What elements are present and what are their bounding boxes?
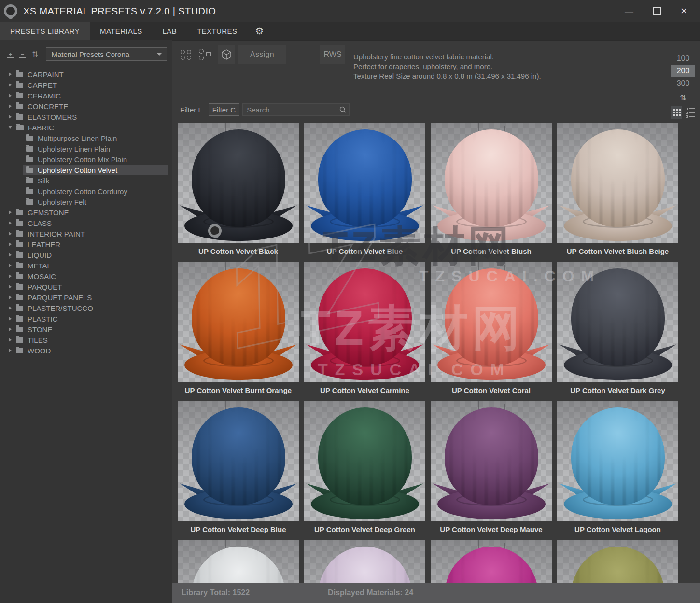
expand-arrow-icon[interactable] bbox=[9, 210, 12, 214]
expand-arrow-icon[interactable] bbox=[9, 104, 12, 108]
expand-arrow-icon[interactable] bbox=[9, 221, 12, 225]
expand-arrow-icon[interactable] bbox=[9, 72, 12, 76]
material-tile[interactable]: UP Cotton Velvet Coral bbox=[431, 262, 552, 401]
node-view-button[interactable] bbox=[195, 45, 215, 64]
folder-icon bbox=[16, 348, 23, 353]
close-icon[interactable]: ✕ bbox=[680, 7, 687, 15]
expand-arrow-icon[interactable] bbox=[9, 253, 12, 257]
expand-arrow-icon[interactable] bbox=[9, 274, 12, 278]
sidebar-item-carpet[interactable]: CARPET bbox=[0, 80, 172, 90]
material-tile[interactable]: UP Cotton Velvet Carmine bbox=[304, 262, 425, 401]
sidebar-item-liquid[interactable]: LIQUID bbox=[0, 250, 172, 260]
sidebar-item-tiles[interactable]: TILES bbox=[0, 335, 172, 345]
sidebar-item-ceramic[interactable]: CERAMIC bbox=[0, 90, 172, 101]
tab-lab[interactable]: LAB bbox=[153, 22, 187, 40]
sidebar-item-fabric[interactable]: FABRIC bbox=[0, 122, 172, 133]
list-view-button[interactable] bbox=[686, 106, 695, 119]
collapse-all-icon[interactable]: − bbox=[19, 51, 26, 58]
expand-arrow-icon[interactable] bbox=[9, 317, 12, 321]
material-tile[interactable] bbox=[431, 540, 552, 584]
sort-order-icon[interactable]: ⇅ bbox=[671, 93, 695, 103]
expand-arrow-icon[interactable] bbox=[9, 338, 12, 342]
sidebar-item-mosaic[interactable]: MOSAIC bbox=[0, 271, 172, 281]
sidebar-item-elastomers[interactable]: ELASTOMERS bbox=[0, 112, 172, 122]
maximize-icon[interactable] bbox=[653, 7, 661, 15]
material-tile[interactable]: UP Cotton Velvet Deep Green bbox=[304, 401, 425, 540]
tab-textures[interactable]: TEXTURES bbox=[187, 22, 247, 40]
sidebar-item-gemstone[interactable]: GEMSTONE bbox=[0, 207, 172, 218]
minimize-icon[interactable]: — bbox=[625, 7, 633, 15]
tab-materials[interactable]: MATERIALS bbox=[90, 22, 153, 40]
search-input[interactable] bbox=[242, 103, 350, 116]
sidebar-item-plastic[interactable]: PLASTIC bbox=[0, 313, 172, 324]
sidebar-item-concrete[interactable]: CONCRETE bbox=[0, 101, 172, 112]
sidebar-item-upholstery-cotton-corduroy[interactable]: Upholstery Cotton Corduroy bbox=[23, 186, 168, 196]
sidebar-item-upholstery-cotton-mix-plain[interactable]: Upholstery Cotton Mix Plain bbox=[23, 154, 168, 165]
expand-arrow-icon[interactable] bbox=[9, 306, 12, 310]
expand-arrow-icon[interactable] bbox=[9, 349, 12, 352]
sidebar-item-multipurpose-linen-plain[interactable]: Multipurpose Linen Plain bbox=[23, 133, 168, 143]
sidebar-item-upholstery-cotton-velvet[interactable]: Upholstery Cotton Velvet bbox=[23, 165, 168, 175]
material-preview bbox=[557, 401, 678, 521]
expand-arrow-icon[interactable] bbox=[9, 264, 12, 267]
size-200-button[interactable]: 200 bbox=[671, 65, 695, 77]
material-tile[interactable]: UP Cotton Velvet Blush Beige bbox=[557, 123, 678, 262]
expand-arrow-icon[interactable] bbox=[9, 285, 12, 289]
material-tile[interactable] bbox=[304, 540, 425, 584]
material-preview bbox=[431, 540, 552, 584]
material-tile[interactable]: UP Cotton Velvet Dark Grey bbox=[557, 262, 678, 401]
list-view-icon bbox=[686, 108, 695, 118]
sidebar-item-parquet[interactable]: PARQUET bbox=[0, 281, 172, 292]
library-dropdown[interactable]: Material Presets Corona bbox=[46, 47, 167, 61]
material-name: UP Cotton Velvet Blue bbox=[304, 243, 425, 262]
sidebar-item-interior-paint[interactable]: INTERIOR PAINT bbox=[0, 228, 172, 239]
folder-icon bbox=[16, 83, 23, 88]
expand-arrow-icon[interactable] bbox=[9, 83, 12, 87]
sidebar-item-carpaint[interactable]: CARPAINT bbox=[0, 69, 172, 80]
sidebar-item-wood[interactable]: WOOD bbox=[0, 345, 172, 356]
expand-arrow-icon[interactable] bbox=[9, 115, 12, 119]
assign-button[interactable]: Assign bbox=[238, 45, 286, 64]
material-ball bbox=[192, 547, 285, 584]
material-ball bbox=[445, 129, 538, 227]
expand-all-icon[interactable]: + bbox=[7, 51, 14, 58]
tree-sort-icon[interactable]: ⇅ bbox=[32, 50, 38, 59]
size-300-button[interactable]: 300 bbox=[671, 77, 695, 90]
material-ball bbox=[318, 407, 412, 505]
sidebar-item-stone[interactable]: STONE bbox=[0, 324, 172, 335]
tab-presets-library[interactable]: PRESETS LIBRARY bbox=[0, 22, 90, 40]
folder-icon bbox=[16, 72, 23, 77]
sidebar-item-parquet-panels[interactable]: PARQUET PANELS bbox=[0, 292, 172, 303]
sidebar-item-plaster-stucco[interactable]: PLASTER/STUCCO bbox=[0, 303, 172, 313]
material-tile[interactable]: UP Cotton Velvet Deep Blue bbox=[178, 401, 299, 540]
filter-library-button[interactable]: Filter L bbox=[178, 106, 205, 114]
size-100-button[interactable]: 100 bbox=[671, 52, 695, 65]
sidebar-item-glass[interactable]: GLASS bbox=[0, 218, 172, 228]
expand-arrow-icon[interactable] bbox=[9, 295, 12, 299]
expand-arrow-icon[interactable] bbox=[9, 327, 12, 331]
expand-arrow-icon[interactable] bbox=[9, 242, 12, 246]
thumbnail-view-button[interactable] bbox=[178, 45, 195, 64]
material-tile[interactable]: UP Cotton Velvet Deep Mauve bbox=[431, 401, 552, 540]
rws-button[interactable]: RWS bbox=[320, 45, 345, 64]
expand-arrow-icon[interactable] bbox=[9, 94, 12, 98]
sidebar-item-upholstery-linen-plain[interactable]: Upholstery Linen Plain bbox=[23, 143, 168, 154]
preview-object-button[interactable] bbox=[218, 45, 235, 64]
material-tile[interactable]: UP Cotton Velvet Burnt Orange bbox=[178, 262, 299, 401]
grid-view-button[interactable] bbox=[671, 106, 682, 119]
material-tile[interactable]: UP Cotton Velvet Black bbox=[178, 123, 299, 262]
sidebar-item-leather[interactable]: LEATHER bbox=[0, 239, 172, 250]
material-tile[interactable]: UP Cotton Velvet Blush bbox=[431, 123, 552, 262]
material-tile[interactable] bbox=[178, 540, 299, 584]
material-tile[interactable] bbox=[557, 540, 678, 584]
sidebar-item-metal[interactable]: METAL bbox=[0, 260, 172, 271]
material-tile[interactable]: UP Cotton Velvet Lagoon bbox=[557, 401, 678, 540]
collapse-arrow-icon[interactable] bbox=[8, 126, 12, 129]
sidebar-item-silk[interactable]: Silk bbox=[23, 175, 168, 186]
folder-icon bbox=[26, 189, 33, 194]
sidebar-item-upholstery-felt[interactable]: Upholstery Felt bbox=[23, 196, 168, 207]
filter-category-button[interactable]: Filter C bbox=[209, 103, 239, 116]
expand-arrow-icon[interactable] bbox=[9, 232, 12, 236]
material-tile[interactable]: UP Cotton Velvet Blue bbox=[304, 123, 425, 262]
settings-tab[interactable]: ⚙ bbox=[247, 22, 271, 40]
